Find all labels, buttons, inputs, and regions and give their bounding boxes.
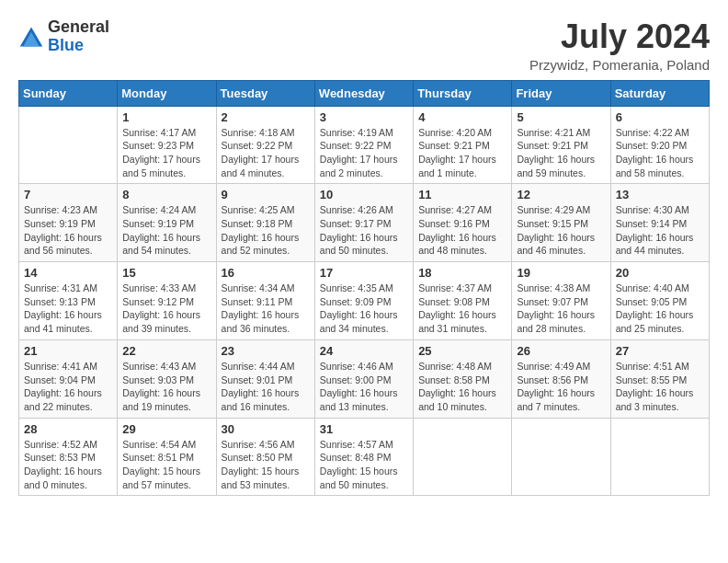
day-info: Sunrise: 4:30 AM Sunset: 9:14 PM Dayligh… bbox=[616, 203, 704, 258]
calendar-cell: 12Sunrise: 4:29 AM Sunset: 9:15 PM Dayli… bbox=[512, 184, 610, 262]
calendar-cell: 27Sunrise: 4:51 AM Sunset: 8:55 PM Dayli… bbox=[610, 339, 709, 418]
calendar-cell: 13Sunrise: 4:30 AM Sunset: 9:14 PM Dayli… bbox=[610, 184, 709, 262]
calendar-cell: 21Sunrise: 4:41 AM Sunset: 9:04 PM Dayli… bbox=[19, 339, 118, 418]
calendar-cell: 4Sunrise: 4:20 AM Sunset: 9:21 PM Daylig… bbox=[414, 106, 512, 184]
day-info: Sunrise: 4:49 AM Sunset: 8:56 PM Dayligh… bbox=[517, 360, 605, 414]
column-header-friday: Friday bbox=[512, 80, 610, 106]
calendar-table: SundayMondayTuesdayWednesdayThursdayFrid… bbox=[18, 80, 710, 497]
calendar-week-row: 1Sunrise: 4:17 AM Sunset: 9:23 PM Daylig… bbox=[19, 106, 710, 184]
calendar-cell: 10Sunrise: 4:26 AM Sunset: 9:17 PM Dayli… bbox=[314, 184, 413, 262]
title-block: July 2024 Przywidz, Pomerania, Poland bbox=[529, 18, 710, 73]
calendar-cell: 17Sunrise: 4:35 AM Sunset: 9:09 PM Dayli… bbox=[314, 262, 413, 340]
day-info: Sunrise: 4:22 AM Sunset: 9:20 PM Dayligh… bbox=[616, 126, 704, 180]
day-info: Sunrise: 4:31 AM Sunset: 9:13 PM Dayligh… bbox=[24, 282, 112, 336]
day-number: 28 bbox=[24, 422, 112, 436]
page-header: General Blue July 2024 Przywidz, Pomeran… bbox=[18, 18, 710, 73]
calendar-cell: 6Sunrise: 4:22 AM Sunset: 9:20 PM Daylig… bbox=[610, 106, 709, 184]
day-number: 26 bbox=[517, 344, 605, 358]
column-header-saturday: Saturday bbox=[610, 80, 709, 106]
calendar-week-row: 7Sunrise: 4:23 AM Sunset: 9:19 PM Daylig… bbox=[19, 184, 710, 262]
day-number: 4 bbox=[418, 110, 506, 124]
logo: General Blue bbox=[18, 18, 109, 55]
column-header-tuesday: Tuesday bbox=[216, 80, 314, 106]
day-number: 17 bbox=[320, 266, 408, 280]
calendar-cell: 15Sunrise: 4:33 AM Sunset: 9:12 PM Dayli… bbox=[118, 262, 216, 340]
day-info: Sunrise: 4:37 AM Sunset: 9:08 PM Dayligh… bbox=[418, 282, 506, 336]
calendar-cell: 8Sunrise: 4:24 AM Sunset: 9:19 PM Daylig… bbox=[118, 184, 216, 262]
day-number: 1 bbox=[122, 110, 210, 124]
day-info: Sunrise: 4:23 AM Sunset: 9:19 PM Dayligh… bbox=[24, 203, 112, 258]
day-info: Sunrise: 4:40 AM Sunset: 9:05 PM Dayligh… bbox=[616, 282, 704, 336]
day-info: Sunrise: 4:33 AM Sunset: 9:12 PM Dayligh… bbox=[122, 282, 210, 336]
day-number: 29 bbox=[122, 422, 210, 436]
day-info: Sunrise: 4:46 AM Sunset: 9:00 PM Dayligh… bbox=[320, 360, 408, 414]
day-info: Sunrise: 4:57 AM Sunset: 8:48 PM Dayligh… bbox=[320, 438, 408, 492]
day-number: 24 bbox=[320, 344, 408, 358]
calendar-cell: 14Sunrise: 4:31 AM Sunset: 9:13 PM Dayli… bbox=[19, 262, 118, 340]
day-number: 19 bbox=[517, 266, 605, 280]
calendar-cell: 31Sunrise: 4:57 AM Sunset: 8:48 PM Dayli… bbox=[314, 418, 413, 496]
day-info: Sunrise: 4:41 AM Sunset: 9:04 PM Dayligh… bbox=[24, 360, 112, 414]
calendar-cell: 9Sunrise: 4:25 AM Sunset: 9:18 PM Daylig… bbox=[216, 184, 314, 262]
day-number: 16 bbox=[222, 266, 310, 280]
day-number: 13 bbox=[616, 188, 704, 201]
calendar-cell: 24Sunrise: 4:46 AM Sunset: 9:00 PM Dayli… bbox=[314, 339, 413, 418]
day-number: 23 bbox=[222, 344, 310, 358]
day-info: Sunrise: 4:43 AM Sunset: 9:03 PM Dayligh… bbox=[122, 360, 210, 414]
day-number: 31 bbox=[320, 422, 408, 436]
day-number: 2 bbox=[222, 110, 310, 124]
calendar-header-row: SundayMondayTuesdayWednesdayThursdayFrid… bbox=[19, 80, 710, 106]
day-info: Sunrise: 4:56 AM Sunset: 8:50 PM Dayligh… bbox=[222, 438, 310, 492]
day-info: Sunrise: 4:29 AM Sunset: 9:15 PM Dayligh… bbox=[517, 203, 605, 258]
calendar-cell: 20Sunrise: 4:40 AM Sunset: 9:05 PM Dayli… bbox=[610, 262, 709, 340]
calendar-cell bbox=[610, 418, 709, 496]
calendar-cell bbox=[414, 418, 512, 496]
day-info: Sunrise: 4:38 AM Sunset: 9:07 PM Dayligh… bbox=[517, 282, 605, 336]
calendar-cell: 1Sunrise: 4:17 AM Sunset: 9:23 PM Daylig… bbox=[118, 106, 216, 184]
day-number: 12 bbox=[517, 188, 605, 201]
logo-icon bbox=[18, 24, 44, 50]
day-info: Sunrise: 4:54 AM Sunset: 8:51 PM Dayligh… bbox=[122, 438, 210, 492]
calendar-cell: 26Sunrise: 4:49 AM Sunset: 8:56 PM Dayli… bbox=[512, 339, 610, 418]
day-info: Sunrise: 4:51 AM Sunset: 8:55 PM Dayligh… bbox=[616, 360, 704, 414]
calendar-cell: 7Sunrise: 4:23 AM Sunset: 9:19 PM Daylig… bbox=[19, 184, 118, 262]
day-number: 14 bbox=[24, 266, 112, 280]
calendar-cell: 2Sunrise: 4:18 AM Sunset: 9:22 PM Daylig… bbox=[216, 106, 314, 184]
day-number: 9 bbox=[222, 188, 310, 201]
calendar-cell: 29Sunrise: 4:54 AM Sunset: 8:51 PM Dayli… bbox=[118, 418, 216, 496]
calendar-week-row: 21Sunrise: 4:41 AM Sunset: 9:04 PM Dayli… bbox=[19, 339, 710, 418]
day-info: Sunrise: 4:52 AM Sunset: 8:53 PM Dayligh… bbox=[24, 438, 112, 492]
calendar-cell: 11Sunrise: 4:27 AM Sunset: 9:16 PM Dayli… bbox=[414, 184, 512, 262]
day-info: Sunrise: 4:44 AM Sunset: 9:01 PM Dayligh… bbox=[222, 360, 310, 414]
logo-blue: Blue bbox=[48, 36, 84, 54]
month-year-title: July 2024 bbox=[529, 18, 710, 55]
day-info: Sunrise: 4:17 AM Sunset: 9:23 PM Dayligh… bbox=[122, 126, 210, 180]
day-number: 21 bbox=[24, 344, 112, 358]
location-subtitle: Przywidz, Pomerania, Poland bbox=[529, 57, 710, 73]
column-header-monday: Monday bbox=[118, 80, 216, 106]
day-info: Sunrise: 4:27 AM Sunset: 9:16 PM Dayligh… bbox=[418, 203, 506, 258]
day-number: 22 bbox=[122, 344, 210, 358]
day-number: 10 bbox=[320, 188, 408, 201]
logo-general: General bbox=[48, 17, 109, 36]
logo-text: General Blue bbox=[48, 18, 109, 55]
calendar-cell: 3Sunrise: 4:19 AM Sunset: 9:22 PM Daylig… bbox=[314, 106, 413, 184]
calendar-cell: 22Sunrise: 4:43 AM Sunset: 9:03 PM Dayli… bbox=[118, 339, 216, 418]
calendar-week-row: 14Sunrise: 4:31 AM Sunset: 9:13 PM Dayli… bbox=[19, 262, 710, 340]
calendar-cell: 25Sunrise: 4:48 AM Sunset: 8:58 PM Dayli… bbox=[414, 339, 512, 418]
calendar-cell bbox=[19, 106, 118, 184]
day-number: 20 bbox=[616, 266, 704, 280]
day-number: 27 bbox=[616, 344, 704, 358]
calendar-cell: 18Sunrise: 4:37 AM Sunset: 9:08 PM Dayli… bbox=[414, 262, 512, 340]
calendar-cell: 5Sunrise: 4:21 AM Sunset: 9:21 PM Daylig… bbox=[512, 106, 610, 184]
column-header-thursday: Thursday bbox=[414, 80, 512, 106]
day-number: 8 bbox=[122, 188, 210, 201]
day-info: Sunrise: 4:24 AM Sunset: 9:19 PM Dayligh… bbox=[122, 203, 210, 258]
day-info: Sunrise: 4:25 AM Sunset: 9:18 PM Dayligh… bbox=[222, 203, 310, 258]
calendar-cell: 30Sunrise: 4:56 AM Sunset: 8:50 PM Dayli… bbox=[216, 418, 314, 496]
calendar-cell: 28Sunrise: 4:52 AM Sunset: 8:53 PM Dayli… bbox=[19, 418, 118, 496]
day-number: 5 bbox=[517, 110, 605, 124]
day-number: 7 bbox=[24, 188, 112, 201]
day-info: Sunrise: 4:35 AM Sunset: 9:09 PM Dayligh… bbox=[320, 282, 408, 336]
calendar-cell: 19Sunrise: 4:38 AM Sunset: 9:07 PM Dayli… bbox=[512, 262, 610, 340]
